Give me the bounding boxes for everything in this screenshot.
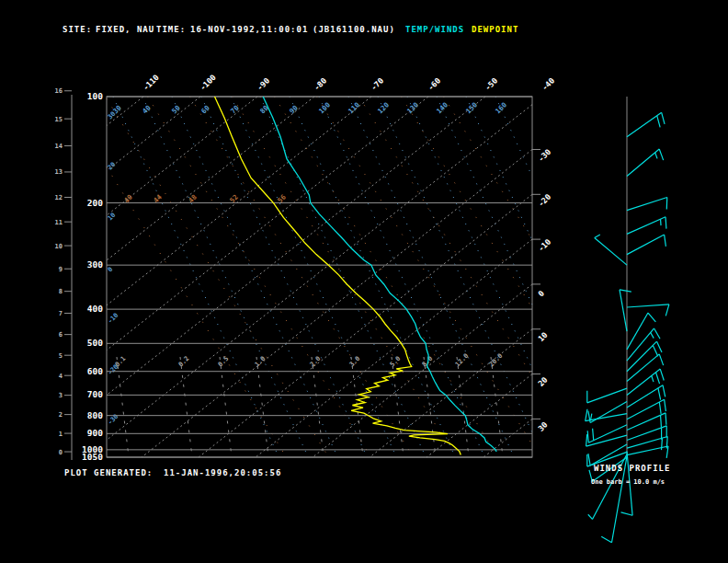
- moist-adiabats: 4044485256: [107, 97, 532, 457]
- svg-text:-40: -40: [540, 75, 556, 92]
- svg-text:0.5: 0.5: [217, 355, 231, 369]
- svg-text:-100: -100: [198, 73, 218, 93]
- svg-text:0: 0: [107, 266, 115, 274]
- svg-text:-30: -30: [107, 413, 120, 427]
- svg-text:3.0: 3.0: [348, 355, 362, 369]
- svg-text:12: 12: [55, 194, 63, 201]
- isotherm-labels: -110-100-90-80-70-60-50-40-30-20-1001020…: [141, 73, 556, 433]
- svg-text:0.1: 0.1: [114, 355, 128, 369]
- svg-text:13: 13: [55, 168, 63, 176]
- svg-text:20: 20: [107, 161, 118, 172]
- height-axis-km: 012345678910111213141516: [55, 87, 72, 460]
- svg-text:100: 100: [87, 91, 103, 101]
- winds-profile-legend: One barb = 10.0 m/s: [591, 478, 665, 486]
- svg-text:1050: 1050: [82, 452, 103, 462]
- svg-text:70: 70: [229, 103, 241, 115]
- svg-text:800: 800: [87, 410, 103, 420]
- temperature-curve: [263, 97, 496, 452]
- svg-text:30: 30: [536, 419, 549, 432]
- svg-text:8: 8: [59, 288, 63, 295]
- svg-text:140: 140: [435, 100, 449, 115]
- plot-generated-label: PLOT GENERATED:: [64, 468, 153, 477]
- dry-adiabats: 3040506070809010011012013014015016030201…: [107, 97, 532, 457]
- svg-text:130: 130: [405, 100, 420, 115]
- svg-text:20: 20: [536, 375, 549, 388]
- svg-text:0.2: 0.2: [177, 355, 191, 369]
- svg-text:500: 500: [87, 338, 103, 348]
- svg-text:10: 10: [536, 330, 549, 343]
- svg-text:40: 40: [141, 103, 153, 115]
- svg-text:60: 60: [199, 103, 211, 115]
- svg-text:200: 200: [87, 198, 103, 208]
- svg-text:11: 11: [55, 219, 63, 226]
- svg-text:-10: -10: [107, 312, 120, 326]
- svg-text:0: 0: [59, 449, 63, 456]
- svg-text:-70: -70: [369, 75, 385, 92]
- svg-text:400: 400: [87, 304, 103, 314]
- svg-text:100: 100: [317, 100, 332, 115]
- svg-text:4: 4: [59, 373, 63, 380]
- svg-text:-80: -80: [312, 75, 328, 92]
- svg-text:90: 90: [288, 103, 300, 115]
- svg-text:2.0: 2.0: [309, 355, 323, 369]
- svg-text:6: 6: [59, 331, 63, 339]
- svg-text:900: 900: [87, 428, 103, 438]
- svg-text:160: 160: [494, 100, 508, 115]
- plot-generated-value: 11-JAN-1996,20:05:56: [164, 468, 281, 477]
- svg-text:20.0: 20.0: [488, 352, 505, 369]
- winds-profile-title: WINDS PROFILE: [594, 464, 670, 473]
- svg-text:16: 16: [55, 87, 63, 95]
- svg-text:-60: -60: [426, 75, 442, 92]
- svg-text:0: 0: [536, 289, 546, 299]
- svg-text:14: 14: [55, 143, 63, 150]
- svg-text:1.0: 1.0: [254, 355, 267, 369]
- svg-text:1: 1: [59, 431, 63, 438]
- svg-text:300: 300: [87, 259, 103, 270]
- wind-barbs: [586, 97, 669, 543]
- svg-text:-50: -50: [483, 75, 499, 92]
- skewt-app-window: SITE: FIXED, NAU TIME: 16-NOV-1992,11:00…: [0, 0, 728, 563]
- svg-text:700: 700: [87, 389, 103, 399]
- isotherms: [107, 97, 532, 457]
- svg-text:5: 5: [59, 352, 63, 360]
- svg-text:600: 600: [87, 366, 103, 376]
- svg-text:5.0: 5.0: [389, 355, 403, 369]
- svg-text:3: 3: [59, 392, 63, 399]
- svg-text:50: 50: [170, 103, 182, 115]
- svg-text:12.0: 12.0: [454, 352, 471, 369]
- svg-text:10: 10: [55, 243, 63, 250]
- svg-text:2: 2: [59, 411, 63, 419]
- svg-text:7: 7: [59, 310, 63, 317]
- svg-text:110: 110: [347, 100, 361, 115]
- svg-text:-110: -110: [141, 73, 161, 93]
- svg-text:120: 120: [376, 100, 391, 115]
- svg-text:10: 10: [107, 212, 118, 223]
- svg-text:-90: -90: [255, 75, 271, 92]
- dewpoint-curve: [215, 97, 461, 455]
- svg-text:15: 15: [55, 116, 63, 123]
- svg-text:9: 9: [59, 266, 63, 273]
